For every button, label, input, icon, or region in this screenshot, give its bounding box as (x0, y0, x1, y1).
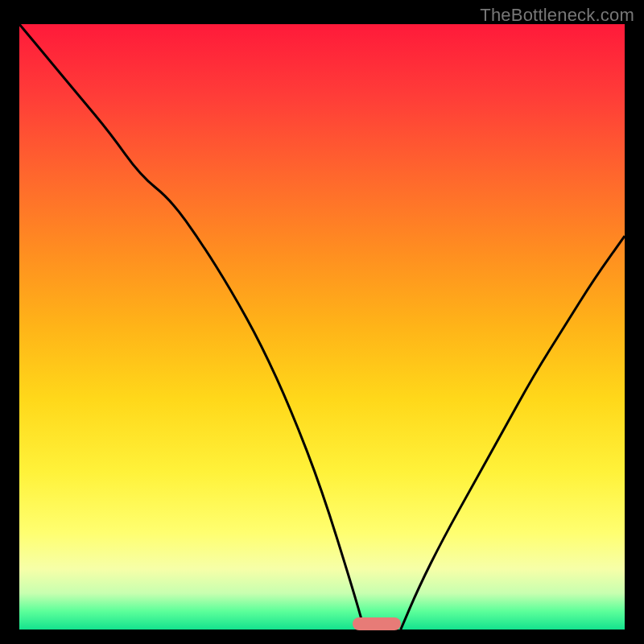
curve-left-path (19, 24, 365, 630)
watermark-text: TheBottleneck.com (480, 5, 634, 26)
curve-right-path (401, 236, 625, 630)
optimal-range-marker (353, 617, 401, 630)
chart-frame: TheBottleneck.com (0, 0, 644, 644)
gradient-plot-area (19, 24, 625, 630)
bottleneck-curve (19, 24, 625, 630)
